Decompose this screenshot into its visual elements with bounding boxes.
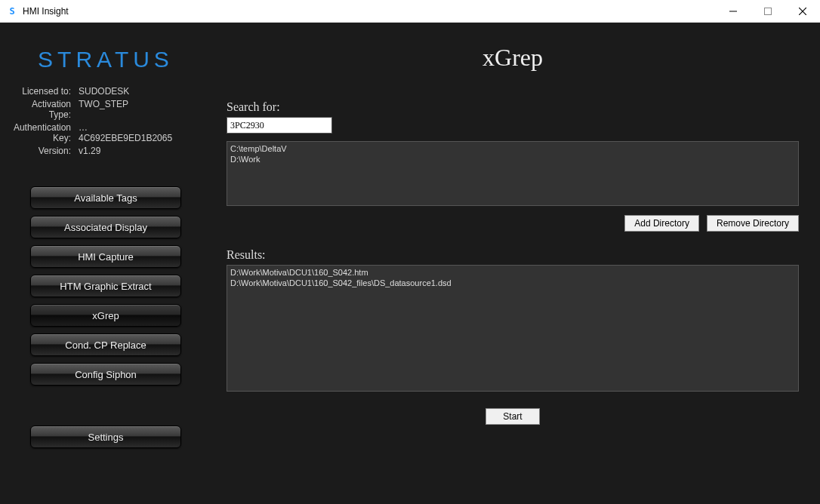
licensed-to-label: Licensed to: <box>8 86 71 97</box>
nav-xgrep[interactable]: xGrep <box>30 304 181 327</box>
results-list[interactable]: D:\Work\Motiva\DCU1\160_S042.htmD:\Work\… <box>227 265 799 392</box>
nav-hmi-capture[interactable]: HMI Capture <box>30 245 181 268</box>
version-label: Version: <box>8 146 71 156</box>
brand-logo: STRATUS <box>38 47 174 72</box>
add-directory-button[interactable]: Add Directory <box>624 215 699 232</box>
sidebar: STRATUS Licensed to: SUDODESK Activation… <box>0 23 211 504</box>
nav-htm-graphic-extract[interactable]: HTM Graphic Extract <box>30 275 181 297</box>
main-panel: xGrep Search for: C:\temp\DeltaVD:\Work … <box>211 23 820 504</box>
activation-type-label: Activation Type: <box>8 99 71 120</box>
nav-associated-display[interactable]: Associated Display <box>30 216 181 238</box>
window-titlebar: S HMI Insight <box>0 0 820 23</box>
window-close-button[interactable] <box>785 0 820 23</box>
window-title: HMI Insight <box>23 6 69 17</box>
nav-buttons: Available Tags Associated Display HMI Ca… <box>8 186 204 448</box>
app-icon: S <box>6 5 18 17</box>
remove-directory-button[interactable]: Remove Directory <box>707 215 799 232</box>
search-input[interactable] <box>227 117 332 134</box>
directory-actions: Add Directory Remove Directory <box>227 215 799 232</box>
directory-item[interactable]: D:\Work <box>230 155 795 165</box>
version-value: v1.29 <box>79 146 178 156</box>
start-button[interactable]: Start <box>486 408 539 425</box>
nav-available-tags[interactable]: Available Tags <box>30 186 181 209</box>
nav-cond-cp-replace[interactable]: Cond. CP Replace <box>30 333 181 356</box>
licensed-to-value: SUDODESK <box>79 86 178 97</box>
window-maximize-button[interactable] <box>751 0 785 23</box>
nav-settings[interactable]: Settings <box>30 426 181 448</box>
search-for-label: Search for: <box>227 100 799 114</box>
license-info: Licensed to: SUDODESK Activation Type: T… <box>8 86 178 156</box>
nav-config-siphon[interactable]: Config Siphon <box>30 363 181 386</box>
app-body: STRATUS Licensed to: SUDODESK Activation… <box>0 23 820 504</box>
window-minimize-button[interactable] <box>716 0 751 23</box>
svg-rect-1 <box>765 8 772 14</box>
result-item[interactable]: D:\Work\Motiva\DCU1\160_S042.htm <box>230 268 795 278</box>
auth-key-value: …4C692EBE9ED1B2065 <box>79 122 178 143</box>
activation-type-value: TWO_STEP <box>79 99 178 120</box>
result-item[interactable]: D:\Work\Motiva\DCU1\160_S042_files\DS_da… <box>230 278 795 289</box>
directory-item[interactable]: C:\temp\DeltaV <box>230 144 795 155</box>
results-label: Results: <box>227 248 799 262</box>
page-title: xGrep <box>227 44 799 72</box>
auth-key-label: Authentication Key: <box>8 122 71 143</box>
directory-list[interactable]: C:\temp\DeltaVD:\Work <box>227 141 799 206</box>
